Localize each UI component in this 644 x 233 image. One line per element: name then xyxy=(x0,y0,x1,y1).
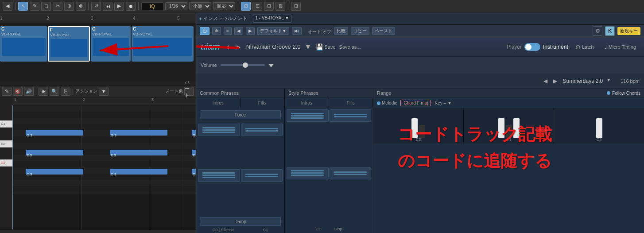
key-c4-bar[interactable] xyxy=(498,118,504,138)
link-pr-btn[interactable]: ⊞ xyxy=(39,87,48,96)
micro-timing-btn[interactable]: ♩ Micro Timing xyxy=(601,44,640,50)
pr-note-G3-2[interactable]: G 3 xyxy=(110,130,167,136)
tab-intros-common[interactable]: Intros xyxy=(196,98,241,108)
track-clip-G[interactable]: G VB-ROYAL xyxy=(91,26,131,62)
mode-select[interactable]: 順応 xyxy=(213,2,235,10)
eraser-tool-btn[interactable]: ◻ xyxy=(41,2,51,11)
unit-select[interactable]: 小節 xyxy=(189,2,211,10)
next-btn[interactable]: ▶ xyxy=(246,27,255,35)
pr-note-E3-1[interactable]: E 3 xyxy=(26,150,83,155)
key-bars-c3 xyxy=(411,118,425,138)
track-clip-F[interactable]: F VB-ROYAL xyxy=(48,26,90,62)
preset-next-btn[interactable]: ▶ xyxy=(235,43,243,51)
style-prev-btn[interactable]: ◀ xyxy=(541,77,549,85)
tab-intros-style[interactable]: Intros xyxy=(285,98,329,108)
scissor-tool-btn[interactable]: ✂ xyxy=(53,2,62,11)
rewind-btn[interactable]: ⏮ xyxy=(103,2,113,11)
preset-prev-btn[interactable]: ◀ xyxy=(223,43,231,51)
phrase-cell-2[interactable] xyxy=(241,124,283,136)
key-select[interactable]: Key – ▼ xyxy=(435,101,451,105)
tracks-scrollbar[interactable] xyxy=(0,82,196,85)
play-btn[interactable]: ▶ xyxy=(114,2,124,11)
c2-stop-labels: C2 Stop xyxy=(285,225,373,233)
pencil-tool-btn[interactable]: ✎ xyxy=(30,2,39,11)
note-color-dropdown[interactable]: パート ▼ xyxy=(184,87,194,96)
pr-note-G3-3[interactable]: G 3 xyxy=(192,130,196,136)
export-pr-btn[interactable]: ⎘ xyxy=(61,87,70,96)
clip-note-G: G xyxy=(91,26,131,32)
quantize-select[interactable]: 1/16 xyxy=(165,2,187,10)
cursor-tool-btn[interactable]: ↖ xyxy=(18,2,28,11)
chord-badge[interactable]: Chord F maj xyxy=(400,100,431,106)
pr-note-E3-3[interactable]: E 3 xyxy=(192,150,196,155)
phrase-cell-4[interactable] xyxy=(241,169,283,182)
settings-icon[interactable]: ⚙ xyxy=(593,26,602,36)
style-cell-3[interactable] xyxy=(287,167,329,179)
toggle-switch[interactable] xyxy=(524,43,540,51)
pr-note-G3-1[interactable]: G 3 xyxy=(26,130,83,136)
volume-slider[interactable] xyxy=(221,64,265,66)
power-btn[interactable]: ⏻ xyxy=(200,27,209,35)
style-cell-4[interactable] xyxy=(330,167,372,179)
instrument-toggle-label: Instrument xyxy=(543,44,568,50)
latch-btn[interactable]: ⊙ Latch xyxy=(572,43,597,50)
key-c4s-bar[interactable] xyxy=(506,125,512,138)
grid-btn[interactable]: ⊟ xyxy=(264,2,274,11)
loop-btn[interactable]: ↺ xyxy=(91,2,101,11)
pr-grid: G 3 G 3 G 3 E 3 E 3 xyxy=(12,105,196,229)
piano-roll-grid[interactable]: 1 2 3 G 3 xyxy=(12,97,196,229)
pr-note-C3-1[interactable]: C 3 xyxy=(26,169,83,175)
compare-btn[interactable]: 比較 xyxy=(334,27,348,35)
pencil-pr-btn[interactable]: ✎ xyxy=(2,87,12,96)
key-c3-bar[interactable] xyxy=(411,118,418,138)
mute-tool-btn[interactable]: ⊗ xyxy=(76,2,85,11)
damp-button[interactable]: Damp xyxy=(200,217,281,226)
tab-fills-common[interactable]: Fills xyxy=(241,98,285,108)
mute-pr-btn[interactable]: 🔇 xyxy=(13,87,23,96)
tab-fills-style[interactable]: Fills xyxy=(329,98,373,108)
speaker-pr-btn[interactable]: 🔊 xyxy=(24,87,34,96)
melodic-radio[interactable]: Melodic xyxy=(377,101,397,105)
key-d4-bar[interactable] xyxy=(513,118,520,138)
pr-note-C3-2[interactable]: C 3 xyxy=(110,169,167,175)
key-c3s-bar[interactable] xyxy=(419,125,425,138)
track-clip-C[interactable]: C VB-ROYAL xyxy=(0,26,47,62)
glue-tool-btn[interactable]: ⊕ xyxy=(64,2,74,11)
save-btn[interactable]: 💾 Save xyxy=(316,43,336,50)
style-next-btn[interactable]: ▶ xyxy=(551,77,559,85)
preset-dropdown-btn[interactable]: ▼ xyxy=(304,43,312,51)
uiam-logo: uiam xyxy=(201,42,220,52)
layout-btn[interactable]: ⊞ xyxy=(291,2,301,11)
copy-btn[interactable]: コピー xyxy=(351,27,369,35)
phrase-cell-3[interactable] xyxy=(198,169,240,182)
style-cell-1[interactable] xyxy=(287,109,329,122)
midi-btn[interactable]: ≡ xyxy=(224,27,232,35)
style-dropdown-btn[interactable]: ▼ xyxy=(606,78,613,85)
zoom-pr-btn[interactable]: 🔍 xyxy=(50,87,59,96)
prev-btn[interactable]: ◀ xyxy=(234,27,243,35)
force-button[interactable]: Force xyxy=(200,110,281,119)
freeze-btn[interactable]: ❄ xyxy=(212,27,221,35)
record-btn[interactable]: ⏺ xyxy=(126,2,136,11)
toolbar-back-btn[interactable]: ◀ xyxy=(3,2,12,11)
phrase-cell-1[interactable] xyxy=(198,124,240,136)
default-btn[interactable]: デフォルト ▼ xyxy=(257,27,289,35)
key-c5-bar[interactable] xyxy=(596,118,602,138)
keyboard-icon[interactable]: K xyxy=(605,26,615,36)
action-dropdown-btn[interactable]: ▼ xyxy=(99,87,109,96)
pr-note-E3-2[interactable]: E 3 xyxy=(110,150,167,155)
pr-scrollbar[interactable] xyxy=(0,229,196,233)
piano-key-E3: E3 xyxy=(0,140,12,148)
save-as-btn[interactable]: Save as... xyxy=(339,44,361,50)
pr-note-C3-3[interactable]: C 3 xyxy=(192,169,196,175)
window-btn[interactable]: ⊠ xyxy=(275,2,285,11)
snap-btn[interactable]: ⊞ xyxy=(241,2,251,11)
volume-area: Volume xyxy=(196,57,644,74)
skip-btn[interactable]: ⏭ xyxy=(292,27,302,35)
track-clip-C2[interactable]: C VB-ROYAL xyxy=(132,26,194,62)
instrument-name-dropdown[interactable]: 1 - VB-ROYAL ▼ xyxy=(253,15,291,23)
new-key-button[interactable]: 新規キー xyxy=(617,27,640,35)
view-btn[interactable]: ⊡ xyxy=(252,2,262,11)
style-cell-2[interactable] xyxy=(330,109,372,122)
paste-btn[interactable]: ペースト xyxy=(372,27,395,35)
